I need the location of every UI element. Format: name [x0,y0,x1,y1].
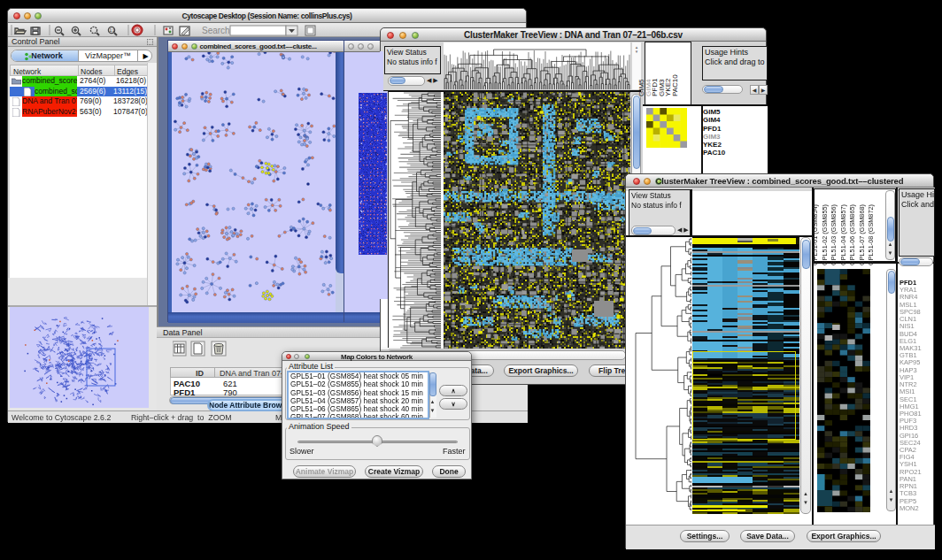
svg-text:Search:: Search: [202,26,232,35]
svg-text:1:1: 1:1 [110,28,116,33]
